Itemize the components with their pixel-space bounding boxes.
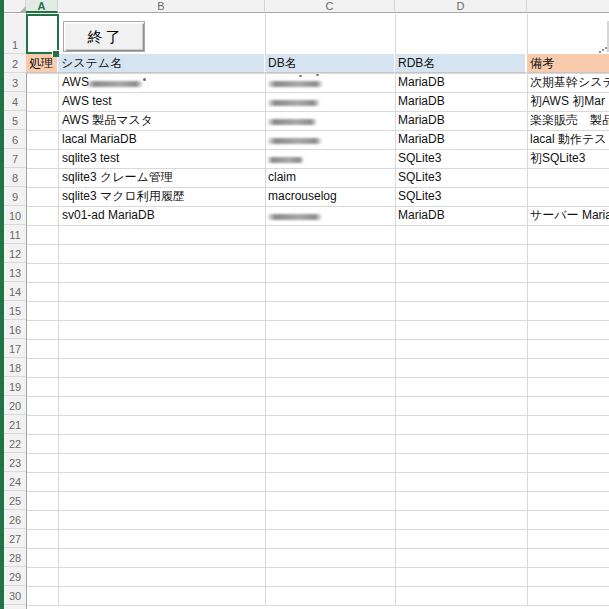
column-header-e-partial[interactable] (527, 0, 609, 13)
gridline-h (26, 567, 609, 568)
cell-d5-rdb[interactable]: MariaDB (398, 111, 445, 130)
cell-b3-system[interactable]: AWS (62, 73, 89, 92)
cell-d3-rdb[interactable]: MariaDB (398, 73, 445, 92)
row-header-5[interactable]: 5 (4, 111, 26, 130)
gridline-v (58, 14, 59, 605)
row-header-26[interactable]: 26 (4, 510, 26, 529)
redacted-c4 (267, 100, 320, 106)
row-header-28[interactable]: 28 (4, 548, 26, 567)
select-all-corner[interactable] (4, 0, 26, 13)
cell-d4-rdb[interactable]: MariaDB (398, 92, 445, 111)
header-cell-note[interactable]: 備考 (527, 54, 609, 73)
row-header-8[interactable]: 8 (4, 168, 26, 187)
gridline-h (26, 320, 609, 321)
column-header-b[interactable]: B (58, 0, 265, 13)
redacted-c3-dot (299, 75, 302, 77)
row-header-15[interactable]: 15 (4, 301, 26, 320)
excel-window-edge (0, 0, 4, 609)
cell-d8-rdb[interactable]: SQLite3 (398, 168, 441, 187)
gridline-h (26, 453, 609, 454)
cell-e3-note[interactable]: 次期基幹システ (530, 73, 609, 92)
cell-d7-rdb[interactable]: SQLite3 (398, 149, 441, 168)
row-header-19[interactable]: 19 (4, 377, 26, 396)
redacted-b3 (86, 81, 143, 87)
row-header-29[interactable]: 29 (4, 567, 26, 586)
row-header-1[interactable]: 1 (4, 14, 26, 54)
excel-worksheet: A B C D 12345678910111213141516171819202… (0, 0, 609, 609)
row-header-30[interactable]: 30 (4, 586, 26, 605)
redacted-c5 (267, 119, 317, 125)
gridline-h (26, 605, 609, 606)
row-header-12[interactable]: 12 (4, 244, 26, 263)
row-header-25[interactable]: 25 (4, 491, 26, 510)
fill-handle[interactable] (52, 50, 59, 57)
edge-object-dot (605, 47, 607, 49)
row-header-partial-31 (4, 605, 26, 609)
row-header-3[interactable]: 3 (4, 73, 26, 92)
redacted-c6 (267, 138, 322, 144)
gridline-h (26, 377, 609, 378)
cell-d6-rdb[interactable]: MariaDB (398, 130, 445, 149)
cell-b9-system[interactable]: sqlite3 マクロ利用履歴 (62, 187, 185, 206)
gridline-v (265, 14, 266, 605)
cell-e4-note[interactable]: 初AWS 初Mar (530, 92, 605, 111)
row-header-24[interactable]: 24 (4, 472, 26, 491)
redacted-b3-dot (143, 78, 146, 81)
row-header-23[interactable]: 23 (4, 453, 26, 472)
row-header-18[interactable]: 18 (4, 358, 26, 377)
row-header-2[interactable]: 2 (4, 54, 26, 73)
gridline-h (26, 586, 609, 587)
row-header-11[interactable]: 11 (4, 225, 26, 244)
gridline-h (26, 92, 609, 93)
edge-object-dot (599, 51, 601, 53)
row-header-22[interactable]: 22 (4, 434, 26, 453)
cell-d10-rdb[interactable]: MariaDB (398, 206, 445, 225)
gridline-h (26, 434, 609, 435)
row-header-14[interactable]: 14 (4, 282, 26, 301)
cell-e10-note[interactable]: サーバー Maria (530, 206, 609, 225)
cell-b5-system[interactable]: AWS 製品マスタ (62, 111, 153, 130)
gridline-h (26, 396, 609, 397)
cell-b10-system[interactable]: sv01-ad MariaDB (62, 206, 155, 225)
row-header-21[interactable]: 21 (4, 415, 26, 434)
row-header-17[interactable]: 17 (4, 339, 26, 358)
gridline-h (26, 244, 609, 245)
edge-object-dot (602, 49, 604, 51)
row-header-10[interactable]: 10 (4, 206, 26, 225)
cell-e6-note[interactable]: lacal 動作テス (530, 130, 607, 149)
selected-cell-a1[interactable] (26, 14, 59, 54)
cell-b7-system[interactable]: sqlite3 test (62, 149, 119, 168)
gridline-h (26, 548, 609, 549)
column-header-d[interactable]: D (395, 0, 527, 13)
redacted-c3 (267, 81, 323, 87)
redacted-c10 (267, 214, 322, 220)
header-cell-rdb[interactable]: RDB名 (395, 54, 527, 73)
row-header-20[interactable]: 20 (4, 396, 26, 415)
row-header-4[interactable]: 4 (4, 92, 26, 111)
cell-d9-rdb[interactable]: SQLite3 (398, 187, 441, 206)
gridline-h (26, 510, 609, 511)
cell-b8-system[interactable]: sqlite3 クレーム管理 (62, 168, 173, 187)
gridline-h (26, 415, 609, 416)
exit-button[interactable]: 終了 (63, 21, 145, 52)
gridline-h (26, 358, 609, 359)
cell-b6-system[interactable]: lacal MariaDB (62, 130, 137, 149)
row-header-7[interactable]: 7 (4, 149, 26, 168)
row-header-27[interactable]: 27 (4, 529, 26, 548)
header-cell-system[interactable]: システム名 (58, 54, 265, 73)
cell-c9-db[interactable]: macrouselog (268, 187, 337, 206)
row-header-16[interactable]: 16 (4, 320, 26, 339)
row-header-13[interactable]: 13 (4, 263, 26, 282)
gridline-h (26, 225, 609, 226)
gridline-v (527, 14, 528, 605)
column-header-a[interactable]: A (26, 0, 58, 13)
cell-c8-db[interactable]: claim (268, 168, 296, 187)
cell-b4-system[interactable]: AWS test (62, 92, 112, 111)
column-header-c[interactable]: C (265, 0, 395, 13)
cell-e7-note[interactable]: 初SQLite3 (530, 149, 585, 168)
cell-e5-note[interactable]: 楽楽販売 製品 (530, 111, 609, 130)
gridline-h (26, 472, 609, 473)
header-cell-db[interactable]: DB名 (265, 54, 395, 73)
row-header-9[interactable]: 9 (4, 187, 26, 206)
row-header-6[interactable]: 6 (4, 130, 26, 149)
